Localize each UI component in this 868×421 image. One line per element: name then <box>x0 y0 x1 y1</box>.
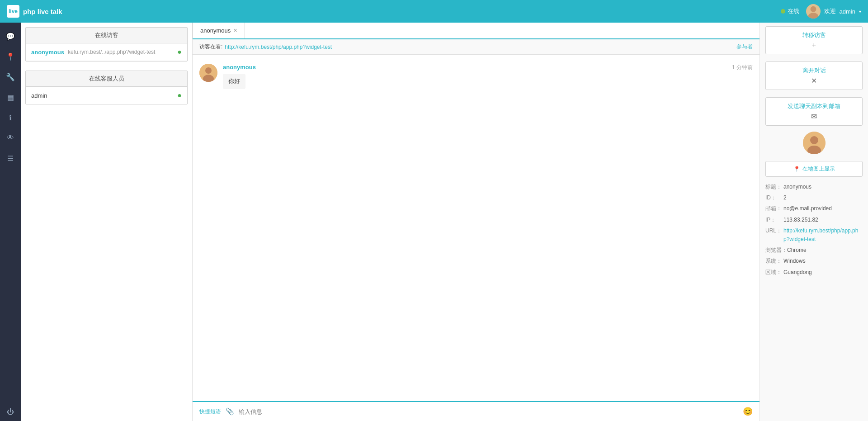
info-value-region: Guangdong <box>783 268 812 277</box>
visitor-avatar-large <box>803 132 826 154</box>
info-row-name: 标题： anonymous <box>765 183 863 191</box>
staff-item: admin ● <box>26 87 187 104</box>
chat-content: anonymous 1 分钟前 你好 <box>193 55 760 401</box>
quick-reply-button[interactable]: 快捷短语 <box>199 408 221 416</box>
online-visitors-header: 在线访客 <box>26 28 187 43</box>
visitor-page-url[interactable]: http://kefu.rym.best/php/app.php?widget-… <box>225 44 332 50</box>
visitor-page-prefix: 访客在看: <box>199 43 222 51</box>
username-label: admin <box>840 8 855 15</box>
visitor-info-table: 标题： anonymous ID： 2 邮箱： no@e.mail.provid… <box>760 179 868 283</box>
tab-close-icon[interactable]: ✕ <box>233 28 237 33</box>
email-label: 发送聊天副本到邮箱 <box>788 103 840 109</box>
transfer-icon: + <box>770 41 858 49</box>
info-label-email: 邮箱： <box>765 204 783 213</box>
emoji-icon[interactable]: 😊 <box>743 407 753 416</box>
message-row: anonymous 1 分钟前 你好 <box>199 64 753 89</box>
transfer-visitor-button[interactable]: 转移访客 + <box>765 26 863 54</box>
info-value-email: no@e.mail.provided <box>783 204 832 213</box>
online-staff-header: 在线客服人员 <box>26 71 187 87</box>
status-online: 在线 <box>781 7 799 15</box>
sidebar-item-board[interactable]: ▦ <box>1 88 19 106</box>
right-panel: 转移访客 + 离开对话 ✕ 发送聊天副本到邮箱 ✉ 📍 在地图上显示 <box>760 23 868 421</box>
user-info[interactable]: 欢迎 admin ▾ <box>806 4 861 19</box>
info-row-os: 系统： Windows <box>765 257 863 265</box>
sidebar-item-info[interactable]: ℹ <box>1 109 19 127</box>
sidebar-item-monitor[interactable]: 👁 <box>1 129 19 147</box>
info-row-email: 邮箱： no@e.mail.provided <box>765 204 863 213</box>
svg-point-0 <box>810 6 816 12</box>
left-panel: 在线访客 anonymous kefu.rym.best/../app.php?… <box>21 23 193 421</box>
message-sender: anonymous <box>223 64 256 71</box>
attachment-icon[interactable]: 📎 <box>226 407 234 416</box>
message-body: anonymous 1 分钟前 你好 <box>223 64 753 89</box>
visitor-name: anonymous <box>31 49 64 56</box>
svg-point-1 <box>808 13 818 19</box>
info-label-browser: 浏览器： <box>765 246 787 255</box>
staff-online-dot: ● <box>177 91 182 99</box>
map-button[interactable]: 📍 在地图上显示 <box>765 161 863 177</box>
info-value-url: http://kefu.rym.best/php/app.php?widget-… <box>783 227 863 244</box>
message-time: 1 分钟前 <box>732 64 753 71</box>
message-header: anonymous 1 分钟前 <box>223 64 753 71</box>
info-label-ip: IP： <box>765 216 783 224</box>
visitor-page-bar: 访客在看: http://kefu.rym.best/php/app.php?w… <box>193 39 760 55</box>
sidebar-item-menu[interactable]: ☰ <box>1 149 19 167</box>
chat-input[interactable] <box>239 408 738 415</box>
logo-icon: live <box>7 5 19 18</box>
info-url-link[interactable]: http://kefu.rym.best/php/app.php?widget-… <box>783 227 858 242</box>
sidebar-item-tools[interactable]: 🔧 <box>1 68 19 86</box>
message-avatar <box>199 64 217 82</box>
avatar <box>806 4 821 19</box>
map-pin-icon: 📍 <box>793 166 800 172</box>
participate-button[interactable]: 参与者 <box>736 43 753 51</box>
online-visitors-section: 在线访客 anonymous kefu.rym.best/../app.php?… <box>25 27 188 61</box>
info-label-id: ID： <box>765 194 783 202</box>
leave-icon: ✕ <box>770 76 858 85</box>
chevron-down-icon: ▾ <box>859 9 861 14</box>
info-value-browser: Chrome <box>787 246 807 255</box>
sidebar-item-location[interactable]: 📍 <box>1 47 19 66</box>
transfer-label: 转移访客 <box>802 32 826 38</box>
info-row-region: 区域： Guangdong <box>765 268 863 277</box>
svg-point-3 <box>205 67 212 74</box>
leave-conversation-button[interactable]: 离开对话 ✕ <box>765 61 863 90</box>
info-value-name: anonymous <box>783 183 811 191</box>
info-row-id: ID： 2 <box>765 194 863 202</box>
main-area: anonymous ✕ 访客在看: http://kefu.rym.best/p… <box>193 23 760 421</box>
info-value-os: Windows <box>783 257 806 265</box>
info-value-ip: 113.83.251.82 <box>783 216 818 224</box>
header-right: 在线 欢迎 admin ▾ <box>781 4 861 19</box>
visitor-url: kefu.rym.best/../app.php?widget-test <box>68 49 174 55</box>
online-staff-section: 在线客服人员 admin ● <box>25 71 188 104</box>
sidebar-item-chat[interactable]: 💬 <box>1 27 19 45</box>
tab-label: anonymous <box>200 27 231 34</box>
send-email-button[interactable]: 发送聊天副本到邮箱 ✉ <box>765 97 863 126</box>
info-value-id: 2 <box>783 194 787 202</box>
chat-input-area: 快捷短语 📎 😊 <box>193 401 760 421</box>
email-icon: ✉ <box>770 112 858 121</box>
tabs-bar: anonymous ✕ <box>193 23 760 39</box>
header: live php live talk 在线 欢迎 admin ▾ <box>0 0 868 23</box>
visitor-online-dot: ● <box>177 48 182 56</box>
info-label-os: 系统： <box>765 257 783 265</box>
staff-name: admin <box>31 92 174 99</box>
sidebar-item-power[interactable]: ⏻ <box>1 403 19 421</box>
status-label: 在线 <box>788 7 799 15</box>
welcome-label: 欢迎 <box>824 7 836 15</box>
visitor-item[interactable]: anonymous kefu.rym.best/../app.php?widge… <box>26 43 187 61</box>
info-label-url: URL： <box>765 227 783 244</box>
tab-anonymous[interactable]: anonymous ✕ <box>193 22 245 38</box>
status-dot <box>781 9 785 14</box>
sidebar: 💬 📍 🔧 ▦ ℹ 👁 ☰ ⏻ <box>0 23 21 421</box>
app-name: php live talk <box>23 8 62 15</box>
info-label-region: 区域： <box>765 268 783 277</box>
info-row-url: URL： http://kefu.rym.best/php/app.php?wi… <box>765 227 863 244</box>
info-row-ip: IP： 113.83.251.82 <box>765 216 863 224</box>
leave-label: 离开对话 <box>802 67 826 74</box>
layout: 💬 📍 🔧 ▦ ℹ 👁 ☰ ⏻ 在线访客 anonymous kefu.rym.… <box>0 0 868 421</box>
svg-point-6 <box>810 136 818 144</box>
map-label: 在地图上显示 <box>802 165 835 173</box>
message-text: 你好 <box>223 74 245 89</box>
info-label-name: 标题： <box>765 183 783 191</box>
logo: live php live talk <box>7 5 62 18</box>
